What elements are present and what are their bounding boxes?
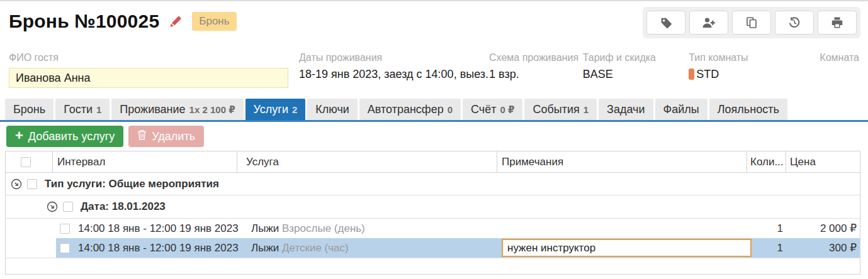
tab-events[interactable]: События1	[524, 99, 597, 120]
select-all-checkbox[interactable]	[21, 157, 31, 167]
tab-tasks[interactable]: Задачи	[599, 99, 653, 120]
service-row[interactable]: 14:00 18 янв - 12:00 19 янв 2023 Лыжи Вз…	[6, 219, 860, 238]
row-checkbox[interactable]	[60, 243, 70, 253]
stay-dates-value[interactable]: 18-19 янв 2023, заезд с 14:00, выез...	[299, 68, 489, 81]
column-header-service[interactable]: Услуга	[237, 151, 497, 172]
add-guest-button[interactable]	[689, 11, 728, 35]
grid-header-row: Интервал Услуга Примечания Коли... Цена	[6, 151, 860, 173]
tab-guests[interactable]: Гости1	[55, 99, 110, 120]
print-icon	[831, 16, 843, 29]
trash-icon	[137, 129, 147, 143]
collapse-group-icon[interactable]	[47, 201, 58, 212]
column-header-price[interactable]: Цена	[786, 151, 860, 172]
collapse-group-icon[interactable]	[11, 178, 22, 190]
row-price: 2 000 ₽	[791, 222, 860, 235]
delete-service-button[interactable]: Удалить	[128, 126, 204, 147]
tab-keys[interactable]: Ключи	[307, 99, 358, 120]
row-interval: 14:00 18 янв - 12:00 19 янв 2023	[78, 242, 242, 254]
row-service: Лыжи Взрослые (день)	[242, 222, 502, 235]
row-qty: 1	[752, 222, 791, 235]
edit-title-icon[interactable]	[168, 14, 183, 29]
occupancy-value[interactable]: 1 взр.	[489, 68, 583, 81]
row-price: 300 ₽	[791, 241, 860, 254]
occupancy-label: Схема проживания	[489, 52, 583, 63]
tab-accommodation[interactable]: Проживание1x 2 100 ₽	[111, 99, 243, 120]
history-icon	[788, 16, 801, 29]
services-actions: + Добавить услугу Удалить	[6, 126, 868, 147]
room-label: Комната	[820, 52, 859, 63]
row-notes-edit-cell[interactable]: нужен инструктор	[502, 238, 752, 258]
group-label: Тип услуги: Общие мероприятия	[45, 178, 219, 190]
page-title: Бронь №100025	[9, 11, 159, 32]
row-service: Лыжи Детские (час)	[242, 242, 502, 254]
column-header-interval[interactable]: Интервал	[52, 151, 237, 172]
header-toolbar	[643, 7, 860, 38]
guest-name-input[interactable]	[9, 68, 288, 88]
tab-invoice[interactable]: Счёт0 ₽	[463, 99, 522, 120]
group-checkbox[interactable]	[63, 202, 73, 212]
group-checkbox[interactable]	[27, 179, 37, 189]
tab-booking[interactable]: Бронь	[5, 99, 54, 120]
room-type-label: Тип комнаты	[689, 52, 820, 63]
copy-icon	[745, 16, 758, 29]
copy-button[interactable]	[732, 11, 771, 35]
row-interval: 14:00 18 янв - 12:00 19 янв 2023	[78, 222, 242, 235]
tab-loyalty[interactable]: Лояльность	[709, 99, 787, 120]
room-type-color-marker	[689, 68, 694, 80]
stay-dates-label: Даты проживания	[299, 52, 489, 63]
service-row-selected[interactable]: 14:00 18 янв - 12:00 19 янв 2023 Лыжи Де…	[6, 238, 860, 258]
column-header-notes[interactable]: Примечания	[497, 151, 747, 172]
notes-editor-input[interactable]: нужен инструктор	[502, 239, 752, 257]
room-type-value[interactable]: STD	[689, 68, 820, 81]
add-guest-icon	[702, 16, 716, 29]
group-row-date: Дата: 18.01.2023	[6, 195, 860, 219]
guest-name-label: ФИО гостя	[9, 52, 291, 63]
group-label: Дата: 18.01.2023	[81, 200, 166, 213]
services-grid: Интервал Услуга Примечания Коли... Цена …	[5, 151, 860, 275]
booking-summary-fields: ФИО гостя Даты проживания 18-19 янв 2023…	[0, 52, 868, 88]
tag-button[interactable]	[646, 11, 685, 35]
tab-services[interactable]: Услуги2	[245, 99, 306, 120]
column-header-qty[interactable]: Коли...	[747, 151, 786, 172]
print-button[interactable]	[818, 11, 857, 35]
group-row-service-type: Тип услуги: Общие мероприятия	[6, 173, 860, 195]
tariff-value[interactable]: BASE	[583, 68, 689, 81]
tab-transfer[interactable]: Автотрансфер0	[359, 99, 461, 120]
tag-icon	[660, 16, 673, 30]
add-service-button[interactable]: + Добавить услугу	[6, 126, 123, 147]
page-header: Бронь №100025 Бронь	[0, 1, 868, 38]
plus-icon: +	[15, 129, 23, 143]
row-qty: 1	[752, 242, 791, 254]
row-notes[interactable]	[502, 219, 752, 238]
grid-empty-space	[6, 258, 860, 271]
tab-files[interactable]: Файлы	[655, 99, 707, 120]
history-button[interactable]	[775, 11, 814, 35]
booking-tabs: Бронь Гости1 Проживание1x 2 100 ₽ Услуги…	[0, 99, 868, 122]
row-checkbox[interactable]	[60, 224, 70, 234]
status-badge: Бронь	[192, 12, 236, 31]
tariff-label: Тариф и скидка	[583, 52, 689, 63]
